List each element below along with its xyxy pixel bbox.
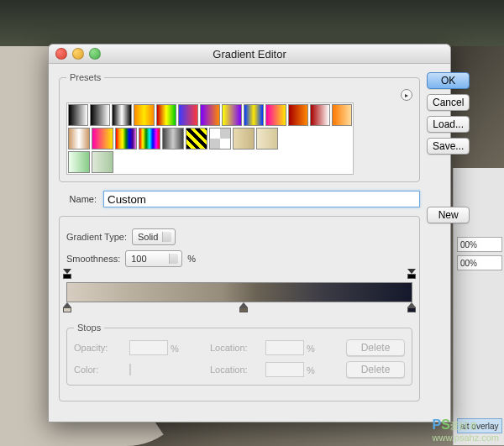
delete-color-button: Delete (346, 361, 405, 378)
preset-swatch[interactable] (178, 104, 198, 126)
preset-swatch[interactable] (244, 104, 264, 126)
preset-swatch[interactable] (156, 104, 176, 126)
preset-swatch[interactable] (68, 151, 90, 173)
color-loc-label: Location: (210, 365, 260, 375)
gradient-group: Gradient Type: Solid▴▾ Smoothness: 100▾ … (59, 216, 420, 401)
preset-swatch[interactable] (68, 128, 90, 150)
new-button[interactable]: New (427, 207, 470, 223)
preset-swatch[interactable] (162, 128, 184, 150)
preset-swatch[interactable] (134, 104, 154, 126)
color-swatch (129, 364, 131, 375)
color-stops[interactable] (66, 302, 412, 314)
watermark: PS爱好者 www.psahz.com (433, 417, 499, 443)
cancel-button[interactable]: Cancel (427, 94, 470, 111)
preset-swatch[interactable] (222, 104, 242, 126)
dialog-title: Gradient Editor (49, 48, 450, 60)
titlebar[interactable]: Gradient Editor (49, 45, 450, 64)
preset-swatches (66, 102, 354, 175)
preset-swatch[interactable] (209, 128, 231, 150)
opacity-loc-input (265, 340, 304, 355)
preset-swatch[interactable] (115, 128, 137, 150)
opacity-stop-label: Opacity: (74, 343, 124, 353)
preset-swatch[interactable] (112, 104, 132, 126)
gradient-type-select[interactable]: Solid▴▾ (132, 228, 176, 245)
preset-swatch[interactable] (92, 128, 113, 150)
preset-swatch[interactable] (92, 151, 113, 173)
name-input[interactable] (103, 191, 420, 207)
color-loc-input (265, 362, 304, 377)
preset-swatch[interactable] (332, 104, 352, 126)
preset-swatch[interactable] (139, 128, 160, 150)
preset-swatch[interactable] (68, 104, 88, 126)
name-label: Name: (59, 194, 97, 204)
percent-label: % (187, 254, 196, 264)
opacity-stop-input (129, 340, 168, 355)
ok-button[interactable]: OK (427, 72, 470, 89)
stops-group: Stops Opacity: % Location: % Delete Colo… (66, 323, 412, 386)
preset-swatch[interactable] (233, 128, 255, 150)
opacity-stops[interactable] (66, 269, 412, 279)
smoothness-input[interactable]: 100▾ (125, 250, 182, 267)
gradient-preview[interactable] (66, 282, 412, 302)
preset-swatch[interactable] (288, 104, 308, 126)
color-stop-label: Color: (74, 365, 124, 375)
preset-swatch[interactable] (310, 104, 330, 126)
preset-swatch[interactable] (256, 128, 278, 150)
opacity-loc-label: Location: (210, 343, 260, 353)
smoothness-label: Smoothness: (66, 254, 120, 264)
preset-swatch[interactable] (90, 104, 110, 126)
gradient-type-label: Gradient Type: (66, 232, 127, 242)
save-button[interactable]: Save... (427, 138, 470, 155)
stops-label: Stops (74, 323, 104, 333)
presets-group: Presets ▸ (59, 72, 420, 182)
preset-swatch[interactable] (186, 128, 207, 150)
gradient-editor-dialog: Gradient Editor Presets ▸ Name: Gradient… (48, 44, 451, 422)
load-button[interactable]: Load... (427, 116, 470, 133)
preset-swatch[interactable] (265, 104, 286, 126)
preset-swatch[interactable] (200, 104, 220, 126)
delete-opacity-button: Delete (346, 339, 405, 356)
flyout-menu-icon[interactable]: ▸ (401, 89, 412, 101)
presets-label: Presets (66, 72, 104, 82)
